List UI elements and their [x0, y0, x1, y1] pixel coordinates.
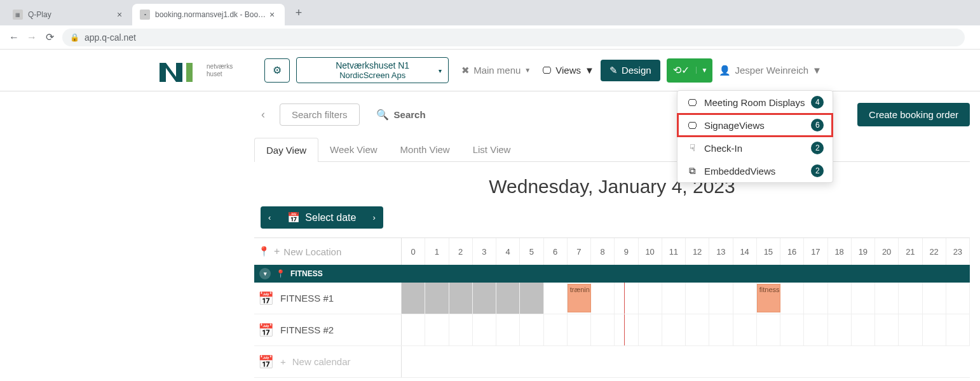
- forward-button[interactable]: →: [23, 29, 41, 46]
- org-selector[interactable]: Netværkshuset N1 NordicScreen Aps: [296, 57, 449, 83]
- time-cell[interactable]: [780, 314, 804, 345]
- back-button[interactable]: ←: [5, 29, 23, 46]
- time-cell[interactable]: [852, 314, 875, 345]
- close-icon[interactable]: ×: [114, 10, 125, 20]
- booking-event[interactable]: fitness: [757, 284, 780, 312]
- tab-list-view[interactable]: List View: [461, 138, 522, 161]
- views-dropdown-toggle[interactable]: 🖵 Views ▼: [542, 65, 594, 76]
- view-tabs: Day View Week View Month View List View: [254, 138, 970, 162]
- time-cell[interactable]: [496, 283, 520, 314]
- calendar-row: 📅FITNESS #2: [254, 314, 970, 346]
- time-cell[interactable]: [804, 314, 827, 345]
- time-cell[interactable]: [828, 314, 852, 345]
- browser-tab-inactive[interactable]: ▦ Q-Play ×: [5, 4, 132, 25]
- time-cell[interactable]: [875, 283, 899, 314]
- time-cell[interactable]: [828, 283, 852, 314]
- close-icon[interactable]: ×: [267, 10, 277, 20]
- new-calendar-row[interactable]: 📅 + New calendar: [254, 346, 970, 378]
- time-cell[interactable]: [899, 283, 922, 314]
- time-cell[interactable]: [591, 314, 615, 345]
- hour-column: 6: [544, 238, 568, 265]
- sync-button[interactable]: ⟲✓ ▼: [667, 58, 713, 83]
- time-cell[interactable]: [923, 314, 946, 345]
- new-tab-button[interactable]: +: [290, 4, 308, 22]
- time-cell[interactable]: [473, 314, 496, 345]
- back-chevron[interactable]: ‹: [254, 108, 272, 121]
- time-cell[interactable]: [449, 314, 473, 345]
- time-cell[interactable]: [520, 314, 543, 345]
- settings-button[interactable]: ⚙: [264, 58, 290, 83]
- create-booking-button[interactable]: Create booking order: [857, 103, 970, 126]
- time-cell[interactable]: [946, 314, 970, 345]
- time-cell[interactable]: [496, 314, 520, 345]
- calendar-icon: 📅: [287, 211, 300, 224]
- select-date-button[interactable]: 📅 Select date: [278, 206, 365, 229]
- date-title: Wednesday, January 4, 2023: [254, 162, 970, 206]
- calendar-grid[interactable]: træninfitness: [402, 283, 970, 314]
- collapse-icon[interactable]: ▾: [259, 268, 271, 279]
- time-cell[interactable]: [568, 314, 591, 345]
- calendar-label[interactable]: 📅FITNESS #2: [254, 314, 402, 345]
- tab-month-view[interactable]: Month View: [389, 138, 461, 161]
- time-cell[interactable]: [425, 314, 449, 345]
- tab-day-view[interactable]: Day View: [254, 138, 318, 162]
- time-cell[interactable]: [615, 283, 638, 314]
- next-day-button[interactable]: ›: [365, 208, 383, 227]
- main-menu-dropdown[interactable]: ✖ Main menu ▼: [461, 65, 531, 76]
- time-cell[interactable]: [899, 314, 922, 345]
- hour-column: 12: [686, 238, 709, 265]
- time-cell[interactable]: [780, 283, 804, 314]
- reload-button[interactable]: ⟳: [41, 29, 58, 46]
- time-cell[interactable]: [662, 283, 686, 314]
- favicon: ▦: [13, 10, 23, 20]
- hour-column: 5: [520, 238, 543, 265]
- browser-tab-strip: ▦ Q-Play × ∘ booking.normansvej1.dk - Bo…: [0, 0, 980, 25]
- count-badge: 2: [811, 142, 824, 154]
- location-header[interactable]: ▾ 📍 FITNESS: [254, 265, 970, 283]
- time-cell[interactable]: [544, 283, 568, 314]
- time-cell[interactable]: [473, 283, 496, 314]
- time-cell[interactable]: [425, 283, 449, 314]
- logo[interactable]: netværks huset: [158, 58, 233, 83]
- time-cell[interactable]: [852, 283, 875, 314]
- dropdown-item-checkin[interactable]: ☟ Check-In 2: [677, 137, 833, 159]
- url-field[interactable]: 🔒 app.q-cal.net: [62, 29, 965, 46]
- search-filters-button[interactable]: Search filters: [280, 104, 360, 126]
- booking-event[interactable]: trænin: [568, 284, 591, 312]
- time-cell[interactable]: [757, 314, 780, 345]
- dropdown-item-signage[interactable]: 🖵 SignageViews 6: [677, 114, 833, 137]
- time-cell[interactable]: [733, 314, 757, 345]
- time-cell[interactable]: [662, 314, 686, 345]
- time-cell[interactable]: [402, 314, 425, 345]
- time-cell[interactable]: [591, 283, 615, 314]
- calendar-label[interactable]: 📅FITNESS #1: [254, 283, 402, 314]
- time-cell[interactable]: [804, 283, 827, 314]
- user-menu[interactable]: 👤 Jesper Weinreich ▼: [719, 65, 821, 76]
- browser-tab-active[interactable]: ∘ booking.normansvej1.dk - Bookin ×: [132, 4, 285, 25]
- chevron-down-icon[interactable]: ▼: [696, 67, 713, 74]
- time-cell[interactable]: [520, 283, 543, 314]
- dropdown-item-embedded[interactable]: ⧉ EmbeddedViews 2: [677, 159, 833, 182]
- time-cell[interactable]: [639, 283, 662, 314]
- time-cell[interactable]: [686, 314, 709, 345]
- org-sub: NordicScreen Aps: [312, 70, 433, 80]
- prev-day-button[interactable]: ‹: [261, 208, 278, 227]
- time-cell[interactable]: [449, 283, 473, 314]
- time-cell[interactable]: [639, 314, 662, 345]
- time-cell[interactable]: [615, 314, 638, 345]
- time-cell[interactable]: [709, 314, 733, 345]
- design-button[interactable]: ✎ Design: [601, 60, 660, 81]
- time-cell[interactable]: [686, 283, 709, 314]
- time-cell[interactable]: [402, 283, 425, 314]
- tab-week-view[interactable]: Week View: [318, 138, 388, 161]
- time-cell[interactable]: [709, 283, 733, 314]
- dropdown-item-meeting-room[interactable]: 🖵 Meeting Room Displays 4: [677, 91, 833, 114]
- calendar-grid[interactable]: [402, 314, 970, 345]
- time-cell[interactable]: [733, 283, 757, 314]
- new-location-button[interactable]: 📍 + New Location: [254, 238, 402, 265]
- hour-column: 3: [473, 238, 496, 265]
- time-cell[interactable]: [544, 314, 568, 345]
- time-cell[interactable]: [946, 283, 970, 314]
- time-cell[interactable]: [923, 283, 946, 314]
- time-cell[interactable]: [875, 314, 899, 345]
